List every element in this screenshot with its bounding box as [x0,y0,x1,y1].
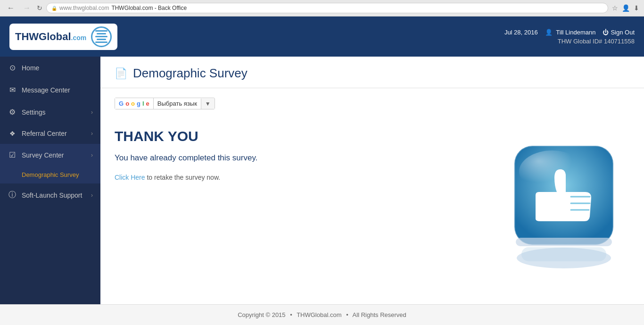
logo-circle [91,26,112,47]
app-header: THWGlobal.com Jul 28, 2016 👤 Till Lindem… [0,17,644,57]
referral-icon: ❖ [8,130,17,137]
svg-rect-8 [521,247,606,261]
header-id: THW Global ID# 140711558 [504,38,635,45]
sidebar-item-soft-launch[interactable]: ⓘ Soft-Launch Support › [0,183,100,207]
sidebar-label-referral-center: Referral Center [22,130,86,137]
thumbs-up-container [498,119,630,295]
translate-dropdown-arrow[interactable]: ▼ [201,99,215,109]
forward-button[interactable]: → [21,3,33,13]
header-date: Jul 28, 2016 [504,29,538,36]
footer-dot-1: • [290,311,292,318]
user-icon: 👤 [545,29,553,36]
header-date-row: Jul 28, 2016 👤 Till Lindemann ⏻ Sign Out [504,29,635,36]
translate-language-text: Выбрать язык [153,98,201,109]
retake-text: Click Here to retake the survey now. [115,174,484,181]
sidebar-label-home: Home [22,64,93,72]
chevron-right-icon-2: › [91,130,93,137]
browser-actions: ☆ 👤 ⬇ [612,4,639,12]
download-icon[interactable]: ⬇ [634,4,639,12]
sidebar-item-message-center[interactable]: ✉ Message Center [0,79,100,101]
sidebar-label-soft-launch: Soft-Launch Support [22,192,86,199]
reload-button[interactable]: ↻ [37,4,42,12]
footer-rights: All Rights Reserved [353,311,406,318]
logo-box: THWGlobal.com [9,24,117,50]
url-domain: www.thwglobal.com [59,5,109,11]
footer-company: THWGlobal.com [297,311,341,318]
signout-icon: ⏻ [603,29,609,36]
sidebar-subitem-demographic-survey[interactable]: Demographic Survey [0,166,100,183]
completion-message: You have already completed this survey. [115,152,484,164]
svg-rect-3 [516,238,612,246]
thumbs-up-svg [507,136,620,278]
sidebar-label-settings: Settings [22,108,86,116]
retake-suffix: to retake the survey now. [145,174,221,181]
thank-you-heading: THANK YOU [115,128,484,144]
address-bar[interactable]: 🔒 www.thwglobal.com THWGlobal.com - Back… [46,3,608,13]
sidebar: ⊙ Home ✉ Message Center ⚙ Settings › ❖ R… [0,57,100,304]
g-letter-3: o [131,100,135,107]
survey-content: THANK YOU You have already completed thi… [115,119,630,295]
chevron-right-icon-4: › [91,192,93,199]
header-right: Jul 28, 2016 👤 Till Lindemann ⏻ Sign Out… [504,29,635,45]
lock-icon: 🔒 [51,6,57,11]
user-profile-icon[interactable]: 👤 [622,4,630,12]
sidebar-label-survey-center: Survey Center [22,151,86,159]
browser-chrome: ← → ↻ 🔒 www.thwglobal.com THWGlobal.com … [0,0,644,17]
g-letter-4: g [137,100,140,107]
logo-name: THWGlobal.com [15,31,86,43]
signout-label: Sign Out [611,29,635,36]
settings-icon: ⚙ [8,108,17,117]
svg-point-1 [519,150,585,193]
sidebar-item-survey-center[interactable]: ☑ Survey Center › [0,144,100,166]
g-letter-1: G [119,100,124,107]
page-icon: 📄 [115,67,127,80]
page-title: Demographic Survey [133,66,248,81]
logo-container: THWGlobal.com [9,24,117,50]
message-icon: ✉ [8,85,17,94]
copyright-text: Copyright © 2015 [238,311,285,318]
url-title: THWGlobal.com - Back Office [111,5,187,11]
demographic-survey-label: Demographic Survey [22,171,79,178]
survey-icon: ☑ [8,150,17,159]
g-letter-2: o [125,100,129,107]
logo-stripes [95,30,107,43]
sidebar-label-message-center: Message Center [22,86,93,94]
retake-link[interactable]: Click Here [115,174,145,181]
username: Till Lindemann [556,29,595,36]
info-icon: ⓘ [8,190,17,200]
content-header: 📄 Demographic Survey [100,57,644,88]
translate-bar[interactable]: Google Выбрать язык ▼ [115,98,215,109]
content-body: Google Выбрать язык ▼ THANK YOU You have… [100,88,644,304]
back-button[interactable]: ← [5,3,17,13]
g-letter-6: e [146,100,149,107]
sidebar-item-referral-center[interactable]: ❖ Referral Center › [0,123,100,144]
sidebar-item-home[interactable]: ⊙ Home [0,57,100,79]
header-user: 👤 Till Lindemann [545,29,596,36]
content-area: 📄 Demographic Survey Google Выбрать язык… [100,57,644,304]
signout-button[interactable]: ⏻ Sign Out [603,29,635,36]
footer-dot-2: • [346,311,348,318]
sidebar-item-settings[interactable]: ⚙ Settings › [0,101,100,123]
g-letter-5: l [142,100,144,107]
survey-message: THANK YOU You have already completed thi… [115,119,484,295]
google-translate-icon[interactable]: Google [115,98,153,109]
chevron-right-icon: › [91,109,93,116]
bookmark-icon[interactable]: ☆ [612,4,618,12]
home-icon: ⊙ [8,63,17,72]
chevron-right-icon-3: › [91,152,93,158]
footer: Copyright © 2015 • THWGlobal.com • All R… [0,304,644,325]
main-layout: ⊙ Home ✉ Message Center ⚙ Settings › ❖ R… [0,57,644,304]
